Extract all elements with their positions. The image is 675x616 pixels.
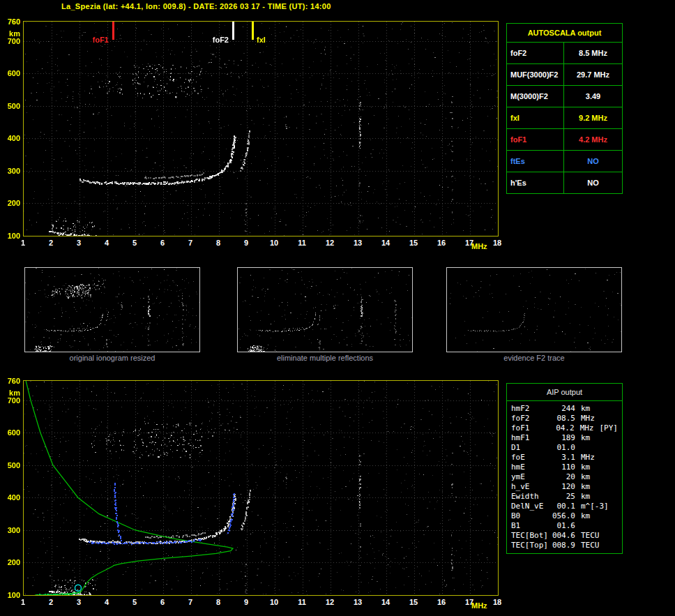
aip-label: ymE (511, 472, 550, 482)
x-axis-label: 9 (238, 598, 254, 606)
x-axis-label: 16 (434, 598, 449, 606)
parameter-value: 3.49 (564, 86, 622, 107)
y-axis-label: 200 (1, 199, 20, 207)
aip-label: DelN_vE (511, 502, 550, 511)
parameter-value: 9.2 MHz (564, 107, 622, 128)
parameter-name: foF1 (507, 129, 564, 150)
x-axis-label: 2 (43, 239, 59, 247)
x-axis-label: 18 (490, 598, 505, 606)
thumbnail-original-ionogram (24, 267, 200, 352)
x-axis-label: 11 (294, 239, 310, 247)
aip-value: 056.0 (550, 511, 575, 521)
y-axis-label: 200 (1, 558, 20, 566)
aip-value: 189 (550, 433, 575, 443)
aip-label: h_vE (511, 482, 550, 492)
aip-row-ymE: ymE20km (507, 472, 622, 482)
parameter-name: fxI (507, 107, 564, 128)
aip-label: hmF2 (511, 404, 550, 414)
parameter-name: h'Es (507, 172, 564, 193)
x-axis-label: 13 (350, 598, 365, 606)
x-axis-label: 4 (99, 598, 114, 606)
aip-value: 120 (550, 482, 575, 492)
aip-value: 3.1 (550, 453, 575, 463)
autoscala-row-ftEs: ftEsNO (507, 151, 622, 172)
x-axis-label: 15 (406, 239, 421, 247)
y-axis-label: 300 (1, 167, 20, 175)
x-axis-label: 3 (71, 239, 86, 247)
x-axis-label: 10 (266, 598, 282, 606)
y-axis-label: 400 (1, 493, 20, 502)
aip-value: 004.6 (550, 531, 575, 541)
autoscala-row-foF1: foF14.2 MHz (507, 129, 622, 151)
x-axis-label: 16 (434, 239, 449, 247)
autoscala-row-M(3000)F2: M(3000)F23.49 (507, 86, 622, 107)
profile-canvas (24, 381, 498, 595)
marker-label-foF2: foF2 (205, 36, 229, 44)
parameter-name: foF2 (507, 43, 564, 63)
parameter-name: M(3000)F2 (507, 86, 564, 107)
y-axis-label: 760 (1, 377, 20, 385)
autoscala-row-fxI: fxI9.2 MHz (507, 107, 622, 129)
y-axis-label: 700 (1, 37, 20, 45)
ionogram-plot: foF1foF2fxI (23, 21, 499, 236)
aip-row-foE: foE3.1MHz (507, 453, 622, 463)
aip-value: 00.1 (550, 502, 575, 511)
aip-extra: [PY] (600, 423, 619, 433)
aip-row-DelN_vE: DelN_vE00.1m^[-3] (507, 502, 622, 511)
aip-row-TEC[Top]: TEC[Top]008.9TECU (507, 541, 622, 550)
aip-label: TEC[Bot] (511, 531, 550, 541)
aip-label: foE (511, 453, 550, 463)
aip-value: 04.2 (549, 423, 574, 433)
x-axis-label: 4 (99, 239, 114, 247)
aip-row-hmF1: hmF1189km (507, 433, 622, 443)
aip-output-panel: AIP output hmF2244kmfoF208.5MHzfoF104.2M… (506, 383, 623, 554)
parameter-value: 29.7 MHz (564, 64, 622, 85)
aip-label: foF1 (511, 423, 549, 433)
x-axis-label: 7 (183, 598, 198, 606)
x-axis-label: 14 (378, 598, 393, 606)
aip-unit: km (581, 492, 590, 502)
aip-unit: MHz (581, 414, 595, 423)
aip-value: 01.0 (550, 443, 575, 453)
x-axis-label: 5 (127, 598, 142, 606)
x-axis-label: 12 (322, 239, 338, 247)
aip-label: Ewidth (511, 492, 550, 502)
aip-unit: TECU (581, 531, 600, 541)
aip-value: 01.6 (550, 521, 575, 531)
aip-row-foF2: foF208.5MHz (507, 414, 622, 423)
thumbnail-evidence-f2 (446, 267, 622, 352)
parameter-value: NO (564, 172, 622, 193)
x-axis-label: 9 (238, 239, 254, 247)
x-axis-label: 6 (155, 239, 170, 247)
parameter-value: NO (564, 151, 622, 172)
x-axis-label: 8 (211, 239, 226, 247)
aip-unit: MHz (580, 423, 594, 433)
aip-label: hmF1 (511, 433, 550, 443)
aip-label: TEC[Top] (511, 541, 550, 550)
parameter-value: 4.2 MHz (564, 129, 622, 150)
y-axis-label: 760 (1, 17, 20, 26)
aip-unit: km (581, 511, 590, 521)
aip-value: 20 (550, 472, 575, 482)
y-axis-unit-km: km (1, 29, 20, 38)
profile-plot (23, 380, 499, 596)
aip-value: 08.5 (550, 414, 575, 423)
parameter-value: 8.5 MHz (564, 43, 622, 63)
thumbnail-caption-eliminate: eliminate multiple reflections (237, 354, 413, 362)
x-axis-label: 7 (183, 239, 198, 247)
parameter-name: MUF(3000)F2 (507, 64, 564, 85)
x-axis-label: 1 (15, 598, 31, 606)
aip-label: D1 (511, 443, 550, 453)
aip-value: 25 (550, 492, 575, 502)
x-axis-label: 18 (490, 239, 505, 247)
y-axis-label: 400 (1, 134, 20, 142)
x-axis-label: 2 (43, 598, 59, 606)
x-axis-label: 14 (378, 239, 393, 247)
x-axis-label: 15 (406, 598, 421, 606)
autoscala-row-h'Es: h'EsNO (507, 172, 622, 193)
station-date-header: La_Spezia (lat: +44.1, lon: 009.8) - DAT… (61, 2, 331, 10)
aip-label: B0 (511, 511, 550, 521)
y-axis-label: 300 (1, 526, 20, 534)
thumbnail-caption-original: original ionogram resized (24, 354, 200, 362)
autoscala-row-foF2: foF28.5 MHz (507, 43, 622, 64)
